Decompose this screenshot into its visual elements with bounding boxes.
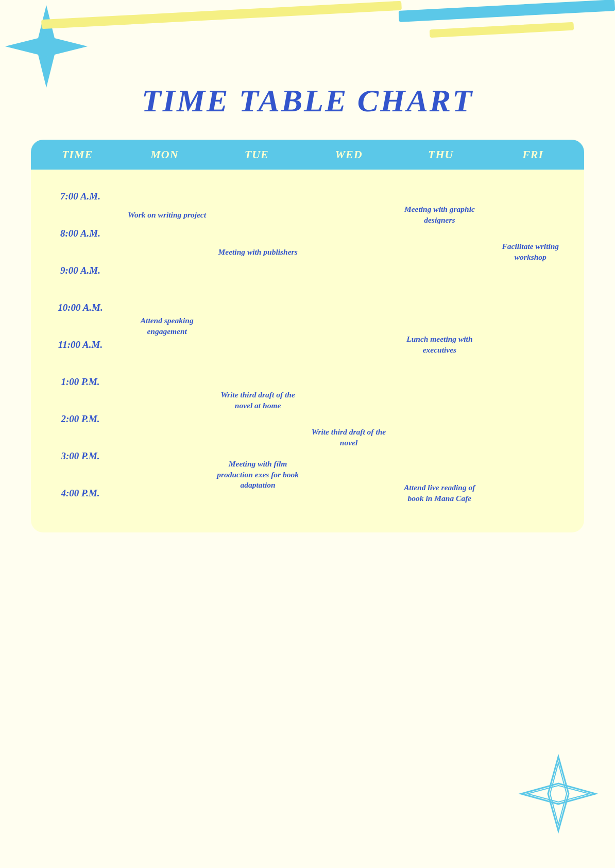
- time-900: 9:00 A.M.: [39, 252, 122, 289]
- main-content: TIME TABLE CHART TIME MON TUE WED THU FR…: [0, 0, 615, 563]
- event-fri-200pm: [485, 400, 576, 438]
- event-tue-1000: [212, 289, 303, 326]
- time-200pm: 2:00 P.M.: [39, 400, 122, 438]
- event-tue-1100: [212, 326, 303, 363]
- event-wed-1100: [303, 326, 394, 363]
- event-wed-100pm: [303, 363, 394, 400]
- header-wed: WED: [303, 148, 395, 161]
- svg-marker-4: [550, 763, 567, 825]
- header-time: TIME: [36, 148, 118, 161]
- header-thu: THU: [395, 148, 487, 161]
- timetable-grid: 7:00 A.M. Work on writing project Meetin…: [31, 170, 584, 520]
- bottom-right-decoration: [517, 753, 600, 837]
- event-fri-1100: [485, 326, 576, 363]
- time-400pm: 4:00 P.M.: [39, 475, 122, 512]
- timetable-container: TIME MON TUE WED THU FRI 7:00 A.M. Work …: [31, 140, 584, 532]
- event-thu-1000: [394, 289, 485, 326]
- event-wed-900: [303, 252, 394, 289]
- page-title: TIME TABLE CHART: [31, 82, 584, 119]
- event-tue-100pm: Write third draft of the novel at home: [212, 363, 303, 438]
- header-mon: MON: [118, 148, 211, 161]
- event-tue-700: [212, 178, 303, 215]
- event-mon-400pm: [122, 475, 212, 512]
- time-1000: 10:00 A.M.: [39, 289, 122, 326]
- table-header: TIME MON TUE WED THU FRI: [31, 140, 584, 170]
- svg-marker-3: [521, 783, 595, 804]
- event-fri-100pm: [485, 363, 576, 400]
- event-thu-300pm: [394, 438, 485, 475]
- event-fri-800: Facilitate writing workshop: [485, 215, 576, 289]
- event-thu-1100: Lunch meeting with executives: [394, 326, 485, 363]
- time-800: 8:00 A.M.: [39, 215, 122, 252]
- event-mon-300pm: [122, 438, 212, 475]
- event-wed-700: [303, 178, 394, 215]
- event-mon-1000: Attend speaking engagement: [122, 289, 212, 363]
- svg-marker-2: [548, 757, 569, 831]
- event-wed-200pm: Write third draft of the novel: [303, 400, 394, 475]
- time-100pm: 1:00 P.M.: [39, 363, 122, 400]
- svg-marker-5: [527, 786, 589, 802]
- time-700: 7:00 A.M.: [39, 178, 122, 215]
- event-mon-200pm: [122, 400, 212, 438]
- event-thu-400pm: Attend live reading of book in Mana Cafe: [394, 475, 485, 512]
- time-1100: 11:00 A.M.: [39, 326, 122, 363]
- event-mon-700: Work on writing project: [122, 178, 212, 252]
- header-fri: FRI: [487, 148, 579, 161]
- event-wed-800: [303, 215, 394, 252]
- event-fri-400pm: [485, 475, 576, 512]
- event-mon-900: [122, 252, 212, 289]
- event-thu-700: Meeting with graphic designers: [394, 178, 485, 252]
- event-thu-100pm: [394, 363, 485, 400]
- event-thu-200pm: [394, 400, 485, 438]
- event-wed-1000: [303, 289, 394, 326]
- event-fri-1000: [485, 289, 576, 326]
- event-tue-800: Meeting with publishers: [212, 215, 303, 289]
- header-tue: TUE: [211, 148, 303, 161]
- event-fri-700: [485, 178, 576, 215]
- time-300pm: 3:00 P.M.: [39, 438, 122, 475]
- event-mon-100pm: [122, 363, 212, 400]
- event-thu-900: [394, 252, 485, 289]
- event-tue-300pm: Meeting with film production exes for bo…: [212, 438, 303, 512]
- event-wed-400pm: [303, 475, 394, 512]
- event-fri-300pm: [485, 438, 576, 475]
